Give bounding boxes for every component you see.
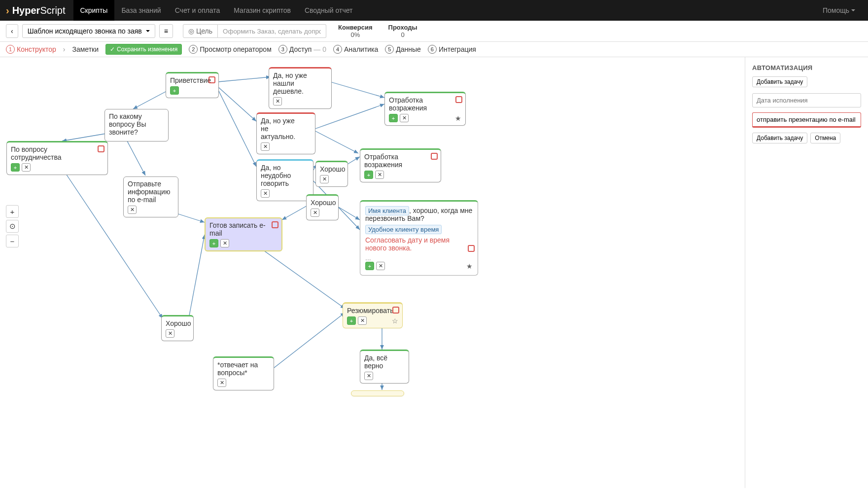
close-icon[interactable]: ✕ <box>376 262 385 270</box>
tab-preview[interactable]: 2Просмотр оператором <box>189 45 271 54</box>
svg-line-8 <box>330 82 384 98</box>
close-icon[interactable]: ✕ <box>400 114 409 122</box>
goal-input[interactable] <box>218 24 326 38</box>
add-icon[interactable]: + <box>347 316 356 325</box>
close-icon[interactable]: ✕ <box>273 97 282 105</box>
add-task-button[interactable]: Добавить задачу <box>752 76 807 87</box>
close-icon[interactable]: ✕ <box>261 189 270 198</box>
nav-store[interactable]: Магазин скриптов <box>227 0 298 21</box>
node-summarize[interactable]: Резюмировать +✕☆ <box>343 302 403 328</box>
flag-icon[interactable] <box>431 153 438 160</box>
svg-line-16 <box>187 235 205 326</box>
breadcrumb-notes[interactable]: Заметки <box>72 45 99 53</box>
top-navigation: › HyperScript Скрипты База знаний Счет и… <box>0 0 868 21</box>
zoom-out-button[interactable]: − <box>6 235 19 247</box>
svg-line-14 <box>335 205 360 220</box>
add-icon[interactable]: + <box>365 262 374 270</box>
nav-scripts[interactable]: Скрипты <box>73 0 115 21</box>
flag-icon[interactable] <box>468 245 475 252</box>
subtabs: 1Конструктор › Заметки ✓ Сохранить измен… <box>0 42 868 57</box>
back-button[interactable]: ‹ <box>6 24 18 38</box>
automation-sidebar: АВТОМАТИЗАЦИЯ Добавить задачу Добавить з… <box>745 57 868 488</box>
tab-integration[interactable]: 6Интеграция <box>428 45 476 54</box>
menu-button[interactable]: ≡ <box>159 24 173 38</box>
node-busy[interactable]: Да, но неудобно говорить ✕ <box>256 159 313 201</box>
zoom-in-button[interactable]: + <box>6 205 19 218</box>
date-input[interactable] <box>752 93 861 107</box>
star-icon[interactable]: ☆ <box>392 317 398 325</box>
svg-line-10 <box>315 131 358 153</box>
svg-line-3 <box>133 92 166 109</box>
close-icon[interactable]: ✕ <box>22 163 31 172</box>
zoom-controls: + ⊙ − <box>6 205 19 247</box>
target-icon: ◎ <box>188 27 194 35</box>
node-detail-callback[interactable]: Имя клиента, хорошо, когда мне перезвони… <box>360 200 478 276</box>
tab-constructor[interactable]: 1Конструктор <box>6 45 56 54</box>
nav-billing[interactable]: Счет и оплата <box>168 0 227 21</box>
node-email-ready[interactable]: Готов записать e-mail +✕ <box>205 217 282 251</box>
close-icon[interactable]: ✕ <box>358 316 367 325</box>
node-bottom[interactable] <box>351 390 404 396</box>
sidebar-title: АВТОМАТИЗАЦИЯ <box>752 64 861 71</box>
close-icon[interactable]: ✕ <box>220 239 229 247</box>
flag-icon[interactable] <box>98 145 104 152</box>
node-cooperation[interactable]: По вопросу сотрудничества +✕ <box>6 141 108 175</box>
goal-label: ◎Цель <box>183 24 218 38</box>
close-icon[interactable]: ✕ <box>375 171 384 179</box>
nav-help[interactable]: Помощь <box>816 0 862 21</box>
flag-icon[interactable] <box>272 221 278 228</box>
node-notactual[interactable]: Да, но уже не актуально. ✕ <box>256 112 315 154</box>
svg-line-4 <box>62 134 106 141</box>
add-task-confirm-button[interactable]: Добавить задачу <box>752 133 807 143</box>
node-ok2[interactable]: Хорошо ✕ <box>306 194 339 220</box>
tab-data[interactable]: 5Данные <box>385 45 421 54</box>
add-icon[interactable]: + <box>389 114 398 122</box>
node-cheaper[interactable]: Да, но уже нашли дешевле. ✕ <box>269 67 332 109</box>
svg-line-0 <box>218 77 271 82</box>
node-objection-1[interactable]: Отработка возражения +✕★ <box>384 92 466 126</box>
node-answers[interactable]: *отвечает на вопросы* ✕ <box>213 356 274 390</box>
add-icon[interactable]: + <box>209 239 218 247</box>
tab-access[interactable]: 3Доступ — 0 <box>278 45 326 54</box>
close-icon[interactable]: ✕ <box>166 329 174 338</box>
template-dropdown[interactable]: Шаблон исходящего звонка по заяв <box>22 24 155 38</box>
node-yes-correct[interactable]: Да, всё верно ✕ <box>360 350 409 384</box>
chevron-icon: › <box>6 5 9 16</box>
node-greeting[interactable]: Приветствие + <box>166 72 219 98</box>
flag-icon[interactable] <box>208 76 215 83</box>
node-objection-2[interactable]: Отработка возражения +✕ <box>360 148 441 182</box>
close-icon[interactable]: ✕ <box>311 209 319 217</box>
close-icon[interactable]: ✕ <box>364 372 373 380</box>
svg-line-18 <box>274 313 345 368</box>
add-icon[interactable]: + <box>11 163 20 172</box>
add-icon[interactable]: + <box>170 86 179 95</box>
star-icon[interactable]: ★ <box>466 262 473 270</box>
variable-tag[interactable]: Удобное клиенту время <box>365 225 442 234</box>
logo: › HyperScript <box>6 5 66 16</box>
cancel-button[interactable]: Отмена <box>810 133 840 143</box>
save-button[interactable]: ✓ Сохранить изменения <box>105 44 182 55</box>
node-send-email[interactable]: Отправьте информацию по e-mail ✕ <box>123 176 178 217</box>
svg-line-2 <box>218 89 256 167</box>
flowchart-canvas[interactable]: + ⊙ − Приветствие + По какому вопросу Вы… <box>0 57 745 488</box>
flag-icon[interactable] <box>392 307 399 314</box>
svg-line-1 <box>218 87 256 121</box>
close-icon[interactable]: ✕ <box>128 206 137 214</box>
close-icon[interactable]: ✕ <box>217 379 226 387</box>
star-icon[interactable]: ★ <box>455 114 461 122</box>
nav-kb[interactable]: База знаний <box>114 0 168 21</box>
node-question[interactable]: По какому вопросу Вы звоните? <box>104 109 169 141</box>
toolbar: ‹ Шаблон исходящего звонка по заяв ≡ ◎Це… <box>0 21 868 42</box>
close-icon[interactable]: ✕ <box>320 175 329 183</box>
close-icon[interactable]: ✕ <box>261 142 270 151</box>
nav-report[interactable]: Сводный отчет <box>298 0 359 21</box>
stats: Конверсия0% Проходы0 <box>338 24 417 38</box>
tab-analytics[interactable]: 4Аналитика <box>333 45 378 54</box>
zoom-center-button[interactable]: ⊙ <box>6 220 19 233</box>
add-icon[interactable]: + <box>364 171 373 179</box>
node-ok1[interactable]: Хорошо ✕ <box>315 161 348 187</box>
node-ok3[interactable]: Хорошо ✕ <box>161 315 194 341</box>
task-input[interactable] <box>752 112 861 128</box>
flag-icon[interactable] <box>455 96 462 103</box>
